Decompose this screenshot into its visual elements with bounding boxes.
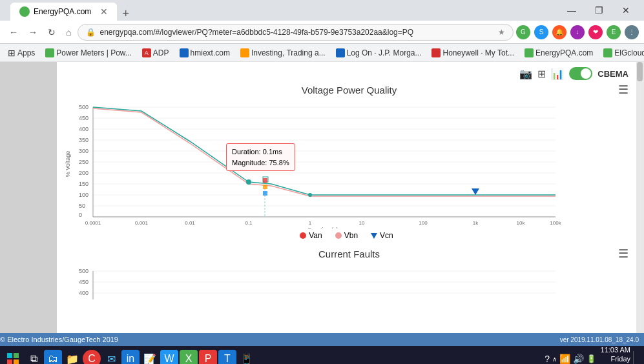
- taskbar-icon-9[interactable]: P: [199, 350, 217, 364]
- svg-text:200: 200: [79, 170, 88, 176]
- windows-icon: [6, 352, 19, 364]
- maximize-button[interactable]: ❐: [586, 1, 612, 19]
- svg-rect-52: [14, 353, 19, 358]
- nav-icons: G S 🔔 ↓ ❤ E ⋮: [516, 25, 639, 39]
- legend-vbn-label: Vbn: [344, 231, 358, 240]
- taskbar-battery-icon[interactable]: 🔋: [587, 354, 596, 363]
- nav-icon-2[interactable]: S: [534, 25, 548, 39]
- back-button[interactable]: ←: [5, 25, 22, 40]
- taskbar-day-display: Friday: [599, 354, 630, 363]
- taskbar-icon-3[interactable]: C: [83, 350, 101, 364]
- legend-vbn-icon: [335, 232, 342, 239]
- title-bar: EnergyPQA.com ✕ + — ❐ ✕: [0, 0, 644, 21]
- legend-van-icon: [300, 232, 306, 239]
- bookmark-apps[interactable]: ⊞ Apps: [5, 46, 37, 59]
- current-chart-menu-icon[interactable]: ☰: [618, 247, 628, 261]
- taskbar-clock[interactable]: 11:03 AM Friday 11/1/2019: [599, 345, 630, 364]
- toggle-knob: [581, 68, 591, 79]
- voltage-chart-container: 500 450 400 350 300 250 200 150 100 50 0…: [65, 99, 628, 228]
- nav-icon-5[interactable]: ❤: [588, 25, 603, 39]
- taskbar-help-icon[interactable]: ?: [545, 354, 550, 364]
- nav-icon-4[interactable]: ↓: [570, 25, 585, 39]
- svg-rect-43: [263, 191, 267, 196]
- svg-rect-42: [263, 185, 267, 189]
- scroll-thumb[interactable]: [637, 62, 643, 81]
- taskbar-icon-7[interactable]: W: [160, 350, 178, 364]
- camera-icon[interactable]: 📷: [519, 68, 532, 80]
- tab-title: EnergyPQA.com: [34, 7, 91, 16]
- bookmark-energypqa[interactable]: EnergyPQA.com: [522, 47, 596, 59]
- taskview-button[interactable]: ⧉: [25, 350, 43, 364]
- taskbar-icon-6[interactable]: 📝: [141, 350, 159, 364]
- nav-icon-3[interactable]: 🔔: [552, 25, 566, 39]
- taskbar-volume-icon[interactable]: 🔊: [573, 354, 584, 364]
- bookmark-power-meters[interactable]: Power Meters | Pow...: [43, 47, 134, 59]
- taskbar-chevron-icon[interactable]: ∧: [552, 356, 557, 363]
- grid-icon[interactable]: ⊞: [537, 68, 546, 80]
- bookmark-adp-label: ADP: [153, 48, 169, 57]
- taskbar-icon-1[interactable]: 🗂: [44, 350, 62, 364]
- close-button[interactable]: ✕: [613, 1, 639, 19]
- svg-text:Duration (s): Duration (s): [307, 227, 338, 228]
- current-chart-svg: 500 450 400: [65, 263, 568, 302]
- bookmark-investing[interactable]: Investing, Trading a...: [238, 47, 328, 59]
- cbema-toggle[interactable]: [569, 67, 592, 80]
- svg-text:1: 1: [309, 220, 312, 226]
- svg-text:0.1: 0.1: [245, 220, 253, 226]
- main-content: 📷 ⊞ 📊 CBEMA Voltage Power Quality ☰ 500 …: [57, 62, 636, 333]
- bookmark-hmiext[interactable]: hmiext.com: [177, 47, 233, 59]
- bookmark-elgcloud-label: ElGcloud.com Dev: [614, 48, 644, 57]
- legend-vcn-icon: [371, 233, 377, 239]
- bookmark-apps-label: Apps: [17, 48, 35, 57]
- bookmark-honeywell[interactable]: Honeywell · My Tot...: [429, 47, 516, 59]
- bookmark-energypqa-label: EnergyPQA.com: [535, 48, 593, 57]
- address-bar[interactable]: 🔒 energypqa.com/#/logviewer/PQ?meter=a6d…: [78, 24, 514, 41]
- start-button[interactable]: [3, 349, 23, 364]
- nav-icon-7[interactable]: ⋮: [625, 25, 639, 39]
- minimize-button[interactable]: —: [559, 1, 585, 19]
- svg-text:450: 450: [79, 115, 88, 121]
- voltage-chart-menu-icon[interactable]: ☰: [618, 83, 628, 97]
- bar-chart-icon[interactable]: 📊: [551, 68, 564, 80]
- scroll-right[interactable]: [636, 62, 644, 333]
- svg-rect-54: [14, 359, 19, 364]
- svg-text:1k: 1k: [473, 220, 479, 226]
- svg-text:500: 500: [79, 268, 88, 274]
- new-tab-button[interactable]: +: [117, 7, 134, 21]
- refresh-button[interactable]: ↻: [44, 25, 59, 40]
- taskbar-icon-5[interactable]: in: [121, 350, 140, 364]
- tab-favicon: [19, 6, 30, 17]
- legend-vcn-label: Vcn: [380, 231, 393, 240]
- nav-icon-6[interactable]: E: [607, 25, 621, 39]
- svg-text:250: 250: [79, 159, 88, 165]
- taskbar-icon-4[interactable]: ✉: [102, 350, 120, 364]
- svg-text:0.0001: 0.0001: [85, 220, 101, 226]
- bookmark-investing-label: Investing, Trading a...: [251, 48, 326, 57]
- bookmark-hmiext-label: hmiext.com: [191, 48, 230, 57]
- bookmark-jpmorgan[interactable]: Log On · J.P. Morga...: [333, 47, 424, 59]
- legend-vcn: Vcn: [371, 231, 393, 240]
- taskbar-icon-2[interactable]: 📁: [63, 350, 81, 364]
- nav-icon-1[interactable]: G: [516, 25, 530, 39]
- browser-tab[interactable]: EnergyPQA.com ✕: [10, 3, 117, 21]
- taskbar-icon-8[interactable]: X: [180, 350, 198, 364]
- scroll-track[interactable]: [636, 62, 644, 333]
- current-chart-header: Current Faults ☰: [65, 247, 628, 261]
- bookmark-elgcloud[interactable]: ElGcloud.com Dev: [601, 47, 644, 59]
- svg-text:450: 450: [79, 279, 88, 285]
- show-desktop-button[interactable]: [633, 351, 636, 364]
- current-chart-container: 500 450 400: [65, 263, 628, 304]
- home-button[interactable]: ⌂: [62, 25, 75, 40]
- taskbar-icon-11[interactable]: 📱: [238, 350, 256, 364]
- taskbar-network-icon[interactable]: 📶: [559, 354, 570, 364]
- nav-bar: ← → ↻ ⌂ 🔒 energypqa.com/#/logviewer/PQ?m…: [0, 21, 644, 44]
- taskbar-icon-10[interactable]: T: [218, 350, 236, 364]
- svg-text:400: 400: [79, 290, 88, 296]
- current-chart-section: Current Faults ☰ 500 450 400: [65, 247, 628, 304]
- bookmark-adp[interactable]: A ADP: [140, 47, 172, 59]
- tab-close-button[interactable]: ✕: [100, 6, 108, 17]
- main-area: 📷 ⊞ 📊 CBEMA Voltage Power Quality ☰ 500 …: [0, 62, 644, 333]
- svg-rect-53: [7, 359, 12, 364]
- forward-button[interactable]: →: [25, 25, 41, 40]
- address-text: energypqa.com/#/logviewer/PQ?meter=a6dbb…: [99, 28, 494, 37]
